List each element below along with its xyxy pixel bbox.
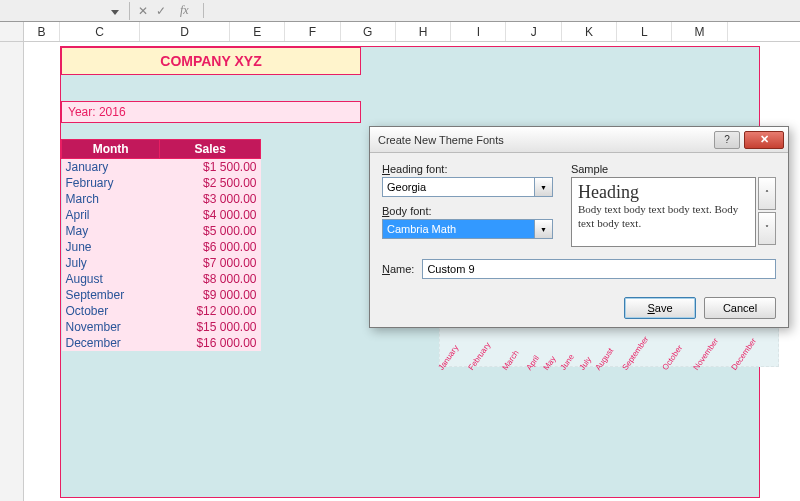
chart-axis-label: September — [620, 335, 650, 372]
col-header[interactable]: L — [617, 22, 672, 41]
dialog-title: Create New Theme Fonts — [378, 134, 504, 146]
enter-icon[interactable]: ✓ — [156, 4, 166, 18]
body-font-label: Body font: — [382, 205, 553, 217]
help-button[interactable]: ? — [714, 131, 740, 149]
month-cell[interactable]: December — [62, 335, 160, 351]
cells[interactable]: COMPANY XYZ Year: 2016 Month Sales Janua… — [24, 42, 800, 501]
col-header[interactable]: M — [672, 22, 727, 41]
row-headers — [0, 42, 24, 501]
chart-x-axis: JanuaryFebruaryMarchAprilMayJuneJulyAugu… — [444, 363, 774, 372]
sales-cell[interactable]: $4 000.00 — [160, 207, 261, 223]
month-cell[interactable]: September — [62, 287, 160, 303]
formula-buttons: ✕ ✓ fx — [130, 3, 204, 18]
chart-axis-label: March — [500, 349, 520, 372]
chart-axis-label: November — [691, 337, 720, 372]
sample-body: Body text body text body text. Body text… — [578, 203, 749, 231]
month-cell[interactable]: October — [62, 303, 160, 319]
month-cell[interactable]: May — [62, 223, 160, 239]
column-headers: B C D E F G H I J K L M — [0, 22, 800, 42]
heading-font-combo[interactable] — [382, 177, 535, 197]
year-label: Year: 2016 — [61, 101, 361, 123]
select-all-corner[interactable] — [0, 22, 24, 41]
col-header[interactable]: G — [341, 22, 396, 41]
sales-table: Month Sales January$1 500.00February$2 5… — [61, 139, 261, 351]
chevron-down-icon[interactable] — [111, 4, 125, 18]
chart-axis-label: July — [578, 355, 594, 372]
heading-font-label: Heading font: — [382, 163, 553, 175]
table-row[interactable]: February$2 500.00 — [62, 175, 261, 191]
sales-cell[interactable]: $12 000.00 — [160, 303, 261, 319]
spin-up-icon[interactable]: ˄ — [758, 177, 776, 210]
table-row[interactable]: June$6 000.00 — [62, 239, 261, 255]
chart-axis-label: January — [437, 344, 461, 372]
name-input[interactable] — [422, 259, 776, 279]
sales-cell[interactable]: $6 000.00 — [160, 239, 261, 255]
table-row[interactable]: October$12 000.00 — [62, 303, 261, 319]
formula-bar: ✕ ✓ fx — [0, 0, 800, 22]
col-header[interactable]: J — [506, 22, 561, 41]
sales-cell[interactable]: $16 000.00 — [160, 335, 261, 351]
sales-cell[interactable]: $8 000.00 — [160, 271, 261, 287]
col-header[interactable]: K — [562, 22, 617, 41]
table-row[interactable]: August$8 000.00 — [62, 271, 261, 287]
company-title: COMPANY XYZ — [61, 47, 361, 75]
month-cell[interactable]: March — [62, 191, 160, 207]
cancel-icon[interactable]: ✕ — [138, 4, 148, 18]
chart-axis-label: December — [730, 337, 759, 372]
table-row[interactable]: April$4 000.00 — [62, 207, 261, 223]
sample-label: Sample — [571, 163, 776, 175]
col-header[interactable]: C — [60, 22, 140, 41]
save-button[interactable]: Save — [624, 297, 696, 319]
chevron-down-icon[interactable]: ▼ — [535, 219, 553, 239]
col-header[interactable]: F — [285, 22, 340, 41]
table-row[interactable]: December$16 000.00 — [62, 335, 261, 351]
sample-box: Heading Body text body text body text. B… — [571, 177, 756, 247]
month-cell[interactable]: November — [62, 319, 160, 335]
table-row[interactable]: November$15 000.00 — [62, 319, 261, 335]
table-row[interactable]: July$7 000.00 — [62, 255, 261, 271]
close-button[interactable]: ✕ — [744, 131, 784, 149]
table-row[interactable]: March$3 000.00 — [62, 191, 261, 207]
sales-cell[interactable]: $7 000.00 — [160, 255, 261, 271]
sales-cell[interactable]: $9 000.00 — [160, 287, 261, 303]
name-label: Name: — [382, 263, 414, 275]
table-row[interactable]: May$5 000.00 — [62, 223, 261, 239]
month-cell[interactable]: July — [62, 255, 160, 271]
chart-axis-label: February — [467, 341, 493, 372]
chart-axis-label: August — [594, 346, 616, 372]
col-header[interactable]: I — [451, 22, 506, 41]
month-cell[interactable]: June — [62, 239, 160, 255]
col-header[interactable]: H — [396, 22, 451, 41]
col-header[interactable]: B — [24, 22, 60, 41]
theme-fonts-dialog: Create New Theme Fonts ? ✕ Heading font:… — [369, 126, 789, 328]
spin-down-icon[interactable]: ˅ — [758, 212, 776, 245]
sales-cell[interactable]: $2 500.00 — [160, 175, 261, 191]
body-font-combo[interactable] — [382, 219, 535, 239]
col-sales-header: Sales — [160, 140, 261, 159]
sample-heading: Heading — [578, 182, 749, 203]
name-box[interactable] — [0, 2, 130, 20]
table-row[interactable]: January$1 500.00 — [62, 159, 261, 176]
chart-axis-label: May — [542, 354, 558, 372]
month-cell[interactable]: January — [62, 159, 160, 176]
fx-icon[interactable]: fx — [174, 3, 195, 18]
sales-cell[interactable]: $3 000.00 — [160, 191, 261, 207]
table-row[interactable]: September$9 000.00 — [62, 287, 261, 303]
month-cell[interactable]: August — [62, 271, 160, 287]
sales-cell[interactable]: $1 500.00 — [160, 159, 261, 176]
chevron-down-icon[interactable]: ▼ — [535, 177, 553, 197]
sales-cell[interactable]: $5 000.00 — [160, 223, 261, 239]
sheet-area: COMPANY XYZ Year: 2016 Month Sales Janua… — [0, 42, 800, 501]
col-header[interactable]: D — [140, 22, 230, 41]
month-cell[interactable]: April — [62, 207, 160, 223]
col-month-header: Month — [62, 140, 160, 159]
cancel-button[interactable]: Cancel — [704, 297, 776, 319]
chart-axis-label: April — [524, 354, 541, 372]
sales-cell[interactable]: $15 000.00 — [160, 319, 261, 335]
month-cell[interactable]: February — [62, 175, 160, 191]
chart-axis-label: October — [661, 344, 685, 372]
dialog-titlebar[interactable]: Create New Theme Fonts ? ✕ — [370, 127, 788, 153]
col-header[interactable]: E — [230, 22, 285, 41]
chart-axis-label: June — [559, 353, 576, 372]
